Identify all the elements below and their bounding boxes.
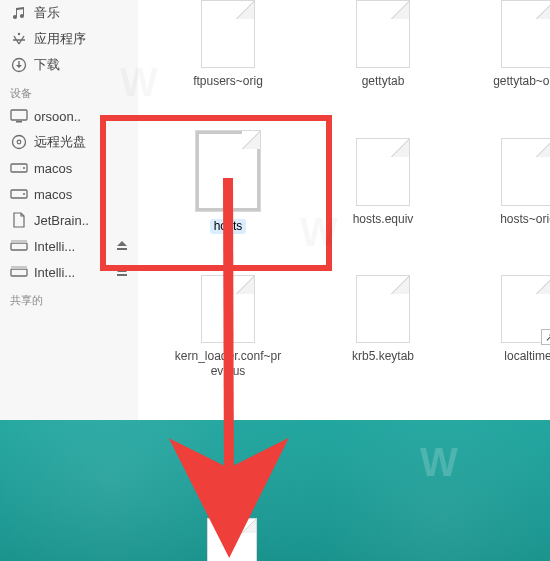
file-label: localtime [473, 349, 550, 364]
file-hosts[interactable]: hosts [173, 130, 283, 234]
sidebar-item-label: JetBrain.. [34, 213, 128, 228]
file-label: hosts~orig [473, 212, 550, 227]
desktop-dragged-file[interactable] [207, 518, 257, 561]
file-icon [501, 0, 550, 68]
document-icon [10, 211, 28, 229]
sidebar-item-jetbrain[interactable]: JetBrain.. [0, 207, 138, 233]
svg-rect-13 [11, 266, 27, 269]
sidebar-item-orsoon[interactable]: orsoon.. [0, 103, 138, 129]
file-label: kern_loader.conf~previous [173, 349, 283, 379]
file-icon: ↗ [501, 275, 550, 343]
sidebar-item-applications[interactable]: 应用程序 [0, 26, 138, 52]
desktop[interactable] [0, 420, 550, 561]
file-label: hosts [210, 219, 247, 234]
music-icon [10, 4, 28, 22]
sidebar-item-macos-2[interactable]: macos [0, 181, 138, 207]
eject-icon[interactable] [116, 266, 128, 278]
svg-rect-11 [11, 240, 27, 243]
file-icon [201, 0, 255, 68]
sidebar-item-label: 应用程序 [34, 30, 128, 48]
sidebar-item-label: 音乐 [34, 4, 128, 22]
sidebar-item-label: Intelli... [34, 239, 110, 254]
svg-rect-10 [11, 243, 27, 250]
sidebar-item-intelli-2[interactable]: Intelli... [0, 259, 138, 285]
file-ftpusers-orig[interactable]: ftpusers~orig [173, 0, 283, 89]
disc-icon [10, 133, 28, 151]
svg-point-5 [17, 140, 21, 144]
applications-icon [10, 30, 28, 48]
file-label: krb5.keytab [328, 349, 438, 364]
file-krb5-keytab[interactable]: krb5.keytab [328, 275, 438, 364]
sidebar-item-macos-1[interactable]: macos [0, 155, 138, 181]
sidebar: 音乐 应用程序 下载 设备 orsoon.. 远程光盘 macos macos … [0, 0, 139, 420]
sidebar-item-downloads[interactable]: 下载 [0, 52, 138, 78]
svg-rect-3 [16, 121, 22, 123]
sidebar-item-label: orsoon.. [34, 109, 128, 124]
svg-point-7 [23, 167, 25, 169]
sidebar-item-label: macos [34, 187, 128, 202]
file-icon [356, 275, 410, 343]
downloads-icon [10, 56, 28, 74]
file-area[interactable]: ftpusers~orig gettytab gettytab~orig hos… [138, 0, 550, 420]
svg-rect-12 [11, 269, 27, 276]
file-icon [356, 0, 410, 68]
svg-point-9 [23, 193, 25, 195]
file-icon [356, 138, 410, 206]
file-gettytab[interactable]: gettytab [328, 0, 438, 89]
svg-point-4 [13, 136, 26, 149]
file-localtime[interactable]: ↗ localtime [473, 275, 550, 364]
svg-rect-2 [11, 110, 27, 120]
ext-drive-icon [10, 237, 28, 255]
file-hosts-equiv[interactable]: hosts.equiv [328, 138, 438, 227]
sidebar-item-label: macos [34, 161, 128, 176]
file-label: gettytab [328, 74, 438, 89]
sidebar-section-shared: 共享的 [0, 285, 138, 310]
sidebar-item-music[interactable]: 音乐 [0, 0, 138, 26]
sidebar-item-label: 远程光盘 [34, 133, 128, 151]
sidebar-item-intelli-1[interactable]: Intelli... [0, 233, 138, 259]
display-icon [10, 107, 28, 125]
file-icon [201, 275, 255, 343]
drive-icon [10, 185, 28, 203]
eject-icon[interactable] [116, 240, 128, 252]
file-label: hosts.equiv [328, 212, 438, 227]
file-hosts-orig[interactable]: hosts~orig [473, 138, 550, 227]
file-kern-loader[interactable]: kern_loader.conf~previous [173, 275, 283, 379]
sidebar-item-remote-disc[interactable]: 远程光盘 [0, 129, 138, 155]
sidebar-section-devices: 设备 [0, 78, 138, 103]
drive-icon [10, 159, 28, 177]
svg-point-0 [18, 33, 20, 35]
sidebar-item-label: 下载 [34, 56, 128, 74]
file-label: ftpusers~orig [173, 74, 283, 89]
file-icon [501, 138, 550, 206]
sidebar-item-label: Intelli... [34, 265, 110, 280]
file-label: gettytab~orig [473, 74, 550, 89]
ext-drive-icon [10, 263, 28, 281]
alias-arrow-icon: ↗ [541, 329, 550, 345]
file-gettytab-orig[interactable]: gettytab~orig [473, 0, 550, 89]
file-icon [195, 130, 261, 212]
